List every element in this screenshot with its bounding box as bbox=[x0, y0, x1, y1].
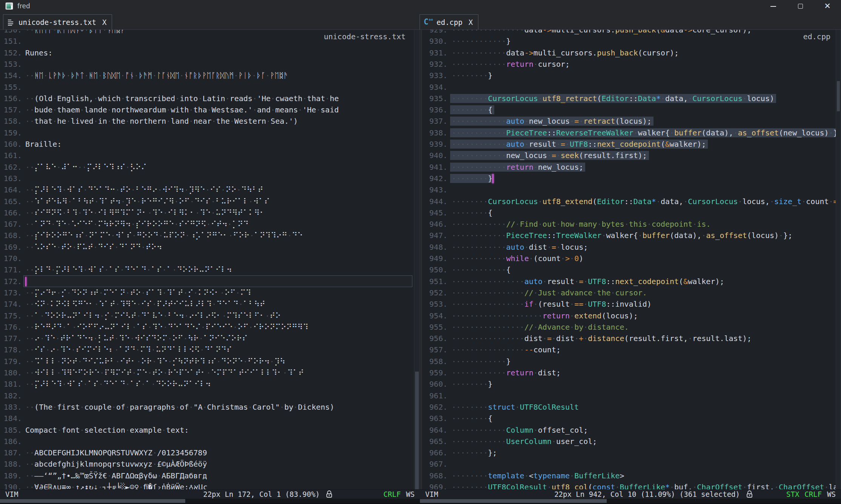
line-content: ········} bbox=[452, 173, 494, 184]
file-format-flags: CRLFWS bbox=[378, 490, 415, 498]
scrollbar-thumb[interactable] bbox=[415, 372, 419, 489]
vertical-scrollbar-left[interactable] bbox=[414, 30, 420, 489]
code-line: 969.········UTF8ColResult·utf8_col(const… bbox=[422, 481, 836, 489]
line-content: ············Column·offset_col; bbox=[452, 424, 588, 436]
cpp-file-icon: C++ bbox=[424, 18, 433, 26]
line-number: 959. bbox=[422, 367, 447, 378]
format-flag-crlf: CRLF bbox=[804, 490, 822, 498]
line-content: ··(Old·English,·which·transcribed·into·L… bbox=[25, 93, 339, 104]
line-number: 180. bbox=[0, 367, 22, 378]
line-number: 187. bbox=[0, 447, 22, 458]
window-controls: ✕ bbox=[760, 0, 841, 12]
text-line: 167.··⠁⠝⠙·⠹⠑·⠡⠊⠑⠋·⠍⠳⠗⠝⠻⠲·⡎⠊⠗⠕⠕⠛⠑·⠎⠊⠛⠝⠫·⠊… bbox=[0, 218, 414, 230]
tab-unicode-stress[interactable]: unicode-stress.txt X bbox=[3, 14, 112, 30]
code-line: 943. bbox=[422, 184, 836, 196]
line-number: 969. bbox=[422, 481, 447, 489]
app-title: fred bbox=[17, 2, 30, 10]
line-number: 188. bbox=[0, 458, 22, 470]
line-number: 942. bbox=[422, 173, 447, 184]
line-number: 945. bbox=[422, 207, 447, 218]
line-number: 966. bbox=[422, 447, 447, 458]
format-flag-ws: WS bbox=[406, 490, 415, 498]
code-line: 959.············return·dist; bbox=[422, 367, 836, 379]
line-number: 158. bbox=[0, 115, 22, 127]
code-line: 967. bbox=[422, 458, 836, 470]
text-line: 163. bbox=[0, 173, 414, 184]
code-line: 932.············return·cursor; bbox=[422, 58, 836, 70]
line-content: ··⠩⠁⠇⠇·⠝⠕⠞·⠙⠊⠌⠥⠗⠃·⠊⠞⠂·⠕⠗·⠹⠑·⡊⠳⠝⠞⠗⠹⠰⠎·⠙⠕⠝… bbox=[25, 356, 285, 367]
line-number: 160. bbox=[0, 138, 22, 150]
maximize-icon bbox=[798, 4, 803, 9]
line-content: ············PieceTree::ReverseTreeWalker… bbox=[452, 127, 836, 138]
line-content: ··⠎⠊⠛⠝⠫·⠃⠹·⠹⠑·⠊⠇⠻⠛⠹⠍⠁⠝⠂·⠹⠑·⠊⠇⠻⠅⠂·⠹⠑·⠥⠝⠙⠻… bbox=[25, 207, 265, 218]
text-line: 187.··ABCDEFGHIJKLMNOPQRSTUVWXYZ·/012345… bbox=[0, 447, 414, 459]
line-content: ········} bbox=[452, 378, 492, 390]
code-line: 939.············auto·result·=·UTF8::next… bbox=[422, 138, 836, 150]
code-line: 965.············UserColumn·user_col; bbox=[422, 436, 836, 447]
line-number: 964. bbox=[422, 424, 447, 436]
text-line: 162.··⡌⠁⠧⠑·⠼⠁⠒··⡍⠜⠇⠑⠹⠰⠎·⡣⠕⠌ bbox=[0, 161, 414, 173]
selection-highlight: ············auto·result·=·UTF8::next_cod… bbox=[450, 140, 708, 149]
text-line: 181.··⡍⠜⠇⠑⠹·⠺⠁⠎·⠁⠎·⠙⠑⠁⠙·⠁⠎·⠁·⠙⠕⠕⠗⠤⠝⠁⠊⠇⠲ bbox=[0, 378, 414, 390]
line-number: 935. bbox=[422, 93, 447, 104]
line-content: ················//·Advance·by·distance. bbox=[452, 321, 629, 333]
lock-icon bbox=[746, 490, 753, 498]
line-number: 153. bbox=[0, 58, 22, 70]
status-bar-right: VIM 22px Ln 942, Col 10 (11.09%) (361 se… bbox=[420, 489, 841, 499]
text-line: 186. bbox=[0, 436, 414, 447]
text-line: 159. bbox=[0, 127, 414, 139]
line-content: ················--count; bbox=[452, 344, 561, 355]
line-content: ··⠁·⠙⠕⠕⠗⠤⠝⠁⠊⠇⠲·⡊·⠍⠊⠣⠞·⠙⠁⠧⠑·⠃⠑⠲·⠔⠊⠇⠔⠫⠂·⠍⠹… bbox=[25, 310, 281, 321]
text-line: 184. bbox=[0, 413, 414, 424]
text-line: 178.··⠊⠎·⠔·⠹⠑·⠎⠊⠍⠊⠇⠑⠆·⠁⠝⠙·⠍⠹·⠥⠝⠙⠁⠇⠇⠪⠫·⠙⠁… bbox=[0, 344, 414, 356]
line-content: Braille: bbox=[25, 138, 61, 150]
code-line: 949.············while·(count·>·0) bbox=[422, 253, 836, 264]
line-number: 156. bbox=[0, 93, 22, 104]
line-content: ········{ bbox=[452, 104, 494, 115]
horizontal-scrollbar-thumb-left[interactable] bbox=[0, 499, 185, 503]
line-content: ········struct·UTF8ColResult bbox=[452, 401, 579, 413]
selection-highlight: ············auto·new_locus·=·retract(loc… bbox=[450, 117, 653, 126]
text-line: 170. bbox=[0, 253, 414, 264]
text-line: 153. bbox=[0, 58, 414, 70]
line-number: 939. bbox=[422, 138, 447, 150]
line-content: ··ABCDEFGHIJKLMNOPQRSTUVWXYZ·/0123456789 bbox=[25, 447, 207, 458]
text-line: 171.··⡕⠇⠙·⡍⠜⠇⠑⠹·⠺⠁⠎·⠁⠎·⠙⠑⠁⠙·⠁⠎·⠁·⠙⠕⠕⠗⠤⠝⠁… bbox=[0, 264, 414, 276]
format-flag-stx: STX bbox=[786, 490, 799, 498]
editor-pane-right[interactable]: ed.cpp 929.················data->multi_c… bbox=[421, 30, 836, 489]
line-content: ············PieceTree::TreeWalker·walker… bbox=[452, 230, 792, 241]
line-content: ··∀∂∈ℝ∧∪≡∞·↑↗↨↻⇣·┐┼╔╘░►☺♀·ﬁ�ſ₂ἠḂӥẄe:♁אЦς bbox=[25, 481, 208, 489]
code-line: 935.········CursorLocus·utf8_retract(Edi… bbox=[422, 93, 836, 104]
vertical-scrollbar-right[interactable] bbox=[836, 30, 841, 489]
line-content: ··⠔·⠹⠑·⠞⠗⠁⠙⠑⠲·⡃⠥⠞·⠹⠑·⠺⠊⠎⠙⠕⠍·⠕⠋·⠳⠗·⠁⠝⠊⠑⠌⠕… bbox=[25, 333, 248, 344]
text-line: 158.··that·he·lived·in·the·northern·land… bbox=[0, 115, 414, 127]
code-line: 957.················--count; bbox=[422, 344, 836, 356]
line-number: 952. bbox=[422, 287, 447, 298]
line-number: 173. bbox=[0, 287, 22, 298]
code-line: 966.········}; bbox=[422, 447, 836, 459]
tab-ed-cpp[interactable]: C++ ed.cpp X bbox=[420, 14, 478, 30]
line-content: ··⠡⠕⠎⠑·⠞⠕·⠏⠥⠞·⠙⠊⠎·⠙⠁⠝⠙·⠞⠕⠲ bbox=[25, 241, 162, 253]
editor-pane-left[interactable]: unicode-stress.txt 150.··ᚱᚢᛉᚩ·ᚣᛁᛏᛞᚾᛜ·ᛒᛁᛏ… bbox=[0, 30, 414, 489]
horizontal-scrollbar-track[interactable] bbox=[0, 499, 841, 503]
maximize-button[interactable] bbox=[787, 0, 814, 12]
line-number: 170. bbox=[0, 253, 22, 264]
text-line: 160.Braille: bbox=[0, 138, 414, 150]
close-button[interactable]: ✕ bbox=[814, 0, 841, 12]
text-line: 156.··(Old·English,·which·transcribed·in… bbox=[0, 93, 414, 104]
line-number: 155. bbox=[0, 81, 22, 93]
tab-close-icon[interactable]: X bbox=[469, 18, 473, 26]
horizontal-scrollbar-thumb-right[interactable] bbox=[420, 499, 607, 503]
line-content: ············while·(count·>·0) bbox=[452, 253, 583, 264]
line-content: ··⡍⠔⠙⠖·⡊·⠙⠕⠝⠰⠞·⠍⠑⠁⠝·⠞⠕·⠎⠁⠹·⠹⠁⠞·⡊·⠅⠝⠪⠂·⠕⠋… bbox=[25, 287, 251, 298]
line-number: 953. bbox=[422, 298, 447, 310]
line-content: Runes: bbox=[25, 47, 52, 58]
code-line: 934. bbox=[422, 81, 836, 93]
line-number: 175. bbox=[0, 310, 22, 321]
line-number: 946. bbox=[422, 218, 447, 230]
scrollbar-thumb[interactable] bbox=[837, 81, 840, 111]
minimize-button[interactable] bbox=[760, 0, 787, 12]
text-line: 190.··∀∂∈ℝ∧∪≡∞·↑↗↨↻⇣·┐┼╔╘░►☺♀·ﬁ�ſ₂ἠḂӥẄe:… bbox=[0, 481, 414, 489]
line-number: 182. bbox=[0, 390, 22, 401]
tab-close-icon[interactable]: X bbox=[102, 18, 106, 26]
